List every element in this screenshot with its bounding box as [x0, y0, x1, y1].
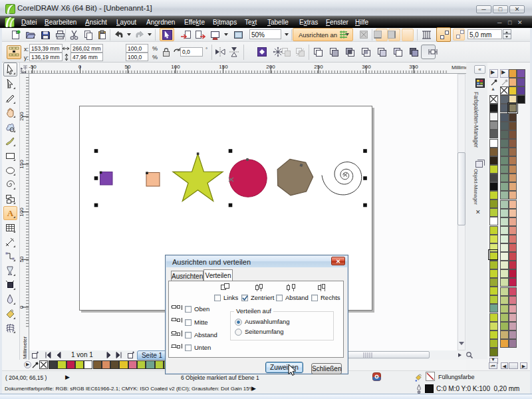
svg-text:0: 0	[20, 305, 25, 309]
svg-text:100: 100	[20, 207, 25, 217]
svg-text:50: 50	[20, 256, 25, 262]
svg-text:-50: -50	[29, 64, 37, 70]
svg-text:150: 150	[219, 64, 228, 70]
svg-text:0: 0	[78, 64, 82, 70]
svg-text:150: 150	[20, 160, 25, 169]
svg-text:100: 100	[171, 64, 180, 70]
svg-text:200: 200	[20, 112, 25, 121]
svg-text:200: 200	[266, 64, 275, 70]
svg-text:A: A	[7, 208, 14, 218]
svg-text:350: 350	[409, 64, 418, 70]
svg-text:50: 50	[125, 64, 131, 70]
svg-text:250: 250	[314, 64, 323, 70]
svg-text:300: 300	[362, 64, 371, 70]
